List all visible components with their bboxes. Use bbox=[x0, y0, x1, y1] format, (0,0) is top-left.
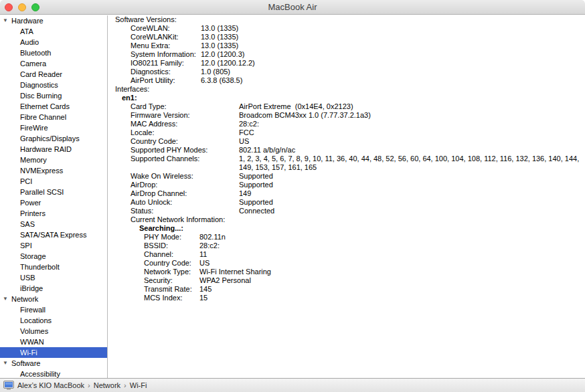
sidebar-item-graphics-displays[interactable]: Graphics/Displays bbox=[0, 133, 107, 144]
info-row: en1: bbox=[108, 94, 585, 102]
info-row: AirPort Utility:6.3.8 (638.5) bbox=[108, 76, 585, 85]
info-label: IO80211 Family: bbox=[131, 59, 184, 68]
sidebar-item-bluetooth[interactable]: Bluetooth bbox=[0, 47, 107, 58]
sidebar-item-ethernet-cards[interactable]: Ethernet Cards bbox=[0, 101, 107, 112]
info-label: Locale: bbox=[131, 128, 154, 137]
info-value: WPA2 Personal bbox=[199, 276, 580, 285]
sidebar-item-hardware-raid[interactable]: Hardware RAID bbox=[0, 144, 107, 155]
sidebar-item-parallel-scsi[interactable]: Parallel SCSI bbox=[0, 187, 107, 197]
minimize-button[interactable] bbox=[18, 3, 26, 11]
sidebar-item-label: Wi-Fi bbox=[20, 349, 37, 357]
sidebar-item-camera[interactable]: Camera bbox=[0, 58, 107, 69]
info-label: MCS Index: bbox=[144, 294, 182, 302]
system-information-window: MacBook Air ▼HardwareATAAudioBluetoothCa… bbox=[0, 0, 585, 392]
sidebar-item-usb[interactable]: USB bbox=[0, 272, 107, 283]
sidebar-item-label: Graphics/Displays bbox=[20, 134, 80, 142]
sidebar-item-power[interactable]: Power bbox=[0, 197, 107, 208]
sidebar-item-network[interactable]: ▼Network bbox=[0, 294, 107, 304]
info-label: Country Code: bbox=[131, 137, 178, 146]
sidebar-item-label: ATA bbox=[20, 27, 33, 35]
category-sidebar: ▼HardwareATAAudioBluetoothCameraCard Rea… bbox=[0, 15, 108, 378]
info-row: Diagnostics:1.0 (805) bbox=[108, 68, 585, 76]
sidebar-item-fibre-channel[interactable]: Fibre Channel bbox=[0, 112, 107, 122]
info-value: FCC bbox=[239, 128, 580, 137]
info-label: AirDrop Channel: bbox=[131, 189, 187, 198]
disclosure-triangle-icon[interactable]: ▼ bbox=[3, 358, 8, 369]
sidebar-item-thunderbolt[interactable]: Thunderbolt bbox=[0, 262, 107, 272]
sidebar-item-pci[interactable]: PCI bbox=[0, 176, 107, 187]
breadcrumb-item-network: Network bbox=[94, 381, 120, 389]
info-value: 6.3.8 (638.5) bbox=[201, 76, 580, 85]
sidebar-item-diagnostics[interactable]: Diagnostics bbox=[0, 80, 107, 90]
sidebar-item-label: PCI bbox=[20, 177, 32, 185]
sidebar-item-card-reader[interactable]: Card Reader bbox=[0, 69, 107, 80]
breadcrumb-separator-icon: › bbox=[88, 381, 90, 389]
sidebar-item-label: Network bbox=[11, 295, 38, 303]
sidebar-item-spi[interactable]: SPI bbox=[0, 240, 107, 251]
close-button[interactable] bbox=[5, 3, 13, 11]
sidebar-item-label: Printers bbox=[20, 209, 46, 217]
sidebar-item-firewall[interactable]: Firewall bbox=[0, 304, 107, 315]
info-row: Security:WPA2 Personal bbox=[108, 276, 585, 285]
info-row: Supported PHY Modes:802.11 a/b/g/n/ac bbox=[108, 146, 585, 155]
title-bar[interactable]: MacBook Air bbox=[0, 0, 585, 15]
info-row: CoreWLANKit:13.0 (1335) bbox=[108, 33, 585, 41]
disclosure-triangle-icon[interactable]: ▼ bbox=[3, 15, 8, 26]
sidebar-item-wi-fi[interactable]: Wi-Fi bbox=[0, 347, 107, 358]
sidebar-item-hardware[interactable]: ▼Hardware bbox=[0, 15, 107, 26]
info-label: en1: bbox=[122, 94, 137, 102]
sidebar-item-sata-sata-express[interactable]: SATA/SATA Express bbox=[0, 229, 107, 240]
info-row: Status:Connected bbox=[108, 207, 585, 215]
sidebar-item-locations[interactable]: Locations bbox=[0, 315, 107, 326]
sidebar-item-storage[interactable]: Storage bbox=[0, 251, 107, 262]
info-value: US bbox=[239, 137, 580, 146]
sidebar-item-label: Disc Burning bbox=[20, 92, 62, 100]
sidebar-item-label: Fibre Channel bbox=[20, 113, 66, 121]
info-label: Auto Unlock: bbox=[131, 198, 172, 207]
info-value: 28:c2: bbox=[239, 120, 580, 128]
sidebar-item-sas[interactable]: SAS bbox=[0, 219, 107, 229]
sidebar-item-audio[interactable]: Audio bbox=[0, 37, 107, 47]
sidebar-item-label: Firewall bbox=[20, 306, 46, 314]
sidebar-item-printers[interactable]: Printers bbox=[0, 208, 107, 219]
sidebar-item-label: Memory bbox=[20, 156, 47, 164]
info-row: Transmit Rate:145 bbox=[108, 285, 585, 294]
sidebar-item-firewire[interactable]: FireWire bbox=[0, 122, 107, 133]
traffic-lights bbox=[5, 3, 39, 11]
info-value: Supported bbox=[239, 198, 580, 207]
sidebar-item-ata[interactable]: ATA bbox=[0, 26, 107, 37]
window-body: ▼HardwareATAAudioBluetoothCameraCard Rea… bbox=[0, 15, 585, 378]
sidebar-item-memory[interactable]: Memory bbox=[0, 155, 107, 165]
sidebar-item-software[interactable]: ▼Software bbox=[0, 358, 107, 369]
info-value: Supported bbox=[239, 172, 580, 181]
sidebar-item-volumes[interactable]: Volumes bbox=[0, 326, 107, 336]
info-label: Card Type: bbox=[131, 102, 167, 111]
disclosure-triangle-icon[interactable]: ▼ bbox=[3, 294, 8, 304]
zoom-button[interactable] bbox=[31, 3, 39, 11]
breadcrumb: Alex’s KIO MacBook›Network›Wi-Fi bbox=[17, 381, 147, 389]
info-label: CoreWLANKit: bbox=[131, 33, 179, 41]
info-row: Country Code:US bbox=[108, 259, 585, 268]
info-label: Diagnostics: bbox=[131, 68, 171, 76]
sidebar-item-disc-burning[interactable]: Disc Burning bbox=[0, 90, 107, 101]
info-value: 1.0 (805) bbox=[201, 68, 580, 76]
info-label: System Information: bbox=[131, 50, 196, 59]
sidebar-item-label: Storage bbox=[20, 252, 46, 260]
sidebar-item-label: Software bbox=[11, 359, 40, 367]
sidebar-item-ibridge[interactable]: iBridge bbox=[0, 283, 107, 294]
info-row: BSSID:28:c2: bbox=[108, 241, 585, 250]
sidebar-item-accessibility[interactable]: Accessibility bbox=[0, 369, 107, 378]
info-row: AirDrop Channel:149 bbox=[108, 189, 585, 198]
sidebar-item-label: SPI bbox=[20, 241, 32, 250]
info-value: 12.0 (1200.12.2) bbox=[201, 59, 580, 68]
sidebar-item-nvmexpress[interactable]: NVMExpress bbox=[0, 165, 107, 176]
sidebar-item-wwan[interactable]: WWAN bbox=[0, 336, 107, 347]
info-value: AirPort Extreme (0x14E4, 0x2123) bbox=[239, 102, 580, 111]
info-value: 11 bbox=[199, 250, 580, 259]
info-value: Broadcom BCM43xx 1.0 (7.77.37.2.1a3) bbox=[239, 111, 580, 120]
info-row: AirDrop:Supported bbox=[108, 181, 585, 189]
info-label: AirDrop: bbox=[131, 181, 157, 189]
info-label: Current Network Information: bbox=[131, 215, 225, 223]
info-row: Menu Extra:13.0 (1335) bbox=[108, 41, 585, 50]
computer-icon bbox=[3, 381, 14, 390]
